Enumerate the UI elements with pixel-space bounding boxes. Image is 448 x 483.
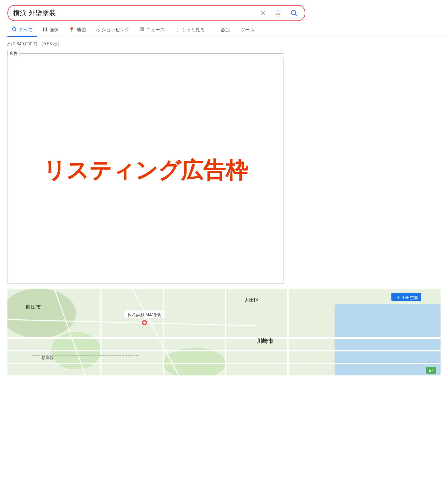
tab-more-label: もっと見る: [181, 27, 205, 33]
tab-images-label: 画像: [49, 27, 59, 33]
svg-text:川崎市: 川崎市: [256, 338, 274, 344]
ad-label: 広告: [7, 50, 20, 57]
svg-text:大田区: 大田区: [244, 297, 259, 303]
tab-all[interactable]: すべて: [7, 24, 37, 37]
map-container[interactable]: 町田市 大田区 川崎市 横浜線 株式会社HAMA塗装 ✈ 羽田空港 K6: [7, 289, 441, 375]
tab-images[interactable]: 🖼 画像: [38, 24, 63, 37]
ad-section: 広告 リスティング広告枠: [0, 50, 448, 284]
search-icon: [290, 9, 298, 17]
tab-maps-label: 地図: [77, 27, 86, 33]
tab-shopping[interactable]: ◇ ショッピング: [92, 24, 134, 37]
results-count: 約 2,840,000 件 （0.53 秒）: [0, 37, 448, 50]
svg-point-35: [143, 321, 146, 324]
nav-divider: [213, 27, 213, 33]
search-submit-button[interactable]: [289, 7, 300, 19]
voice-search-button[interactable]: [272, 7, 284, 19]
shopping-tab-icon: ◇: [96, 27, 100, 33]
mic-icon: [274, 9, 282, 17]
tab-maps[interactable]: 📍 地図: [64, 24, 90, 37]
ad-content-box: リスティング広告枠: [7, 57, 284, 284]
news-tab-icon: [139, 27, 144, 33]
svg-line-4: [295, 14, 297, 16]
tab-news-label: ニュース: [146, 27, 165, 33]
search-query-text: 横浜 外壁塗装: [13, 8, 253, 18]
clear-button[interactable]: [258, 8, 267, 18]
svg-rect-0: [277, 10, 279, 13]
map-section: 町田市 大田区 川崎市 横浜線 株式会社HAMA塗装 ✈ 羽田空港 K6: [0, 289, 448, 375]
search-tab-icon: [12, 27, 17, 33]
svg-line-6: [15, 30, 16, 31]
tab-news[interactable]: ニュース: [135, 24, 169, 37]
tab-more[interactable]: ⋮ もっと見る: [170, 24, 209, 37]
tab-all-label: すべて: [19, 27, 33, 33]
search-box[interactable]: 横浜 外壁塗装: [7, 5, 305, 21]
tab-settings-label: 設定: [221, 27, 231, 33]
maps-tab-icon: 📍: [69, 27, 75, 33]
svg-text:町田市: 町田市: [26, 304, 41, 310]
svg-text:株式会社HAMA塗装: 株式会社HAMA塗装: [128, 313, 161, 317]
more-tab-icon: ⋮: [175, 27, 180, 33]
results-count-text: 約 2,840,000 件 （0.53 秒）: [7, 41, 62, 46]
nav-tabs: すべて 🖼 画像 📍 地図 ◇ ショッピング ニュース ⋮ もっと見る 設定 ツ…: [0, 21, 448, 37]
svg-text:✈ 羽田空港: ✈ 羽田空港: [397, 295, 418, 300]
tab-settings[interactable]: 設定: [217, 24, 235, 37]
search-icons: [258, 7, 300, 19]
svg-rect-15: [335, 304, 441, 375]
svg-text:K6: K6: [429, 369, 434, 373]
tab-tools-label: ツール: [240, 27, 254, 33]
images-tab-icon: 🖼: [43, 27, 47, 33]
map-svg: 町田市 大田区 川崎市 横浜線 株式会社HAMA塗装 ✈ 羽田空港 K6: [7, 289, 441, 375]
tab-shopping-label: ショッピング: [101, 27, 129, 33]
search-bar-area: 横浜 外壁塗装: [0, 0, 448, 21]
ad-main-text: リスティング広告枠: [43, 156, 248, 185]
clear-icon: [259, 10, 266, 16]
tab-tools[interactable]: ツール: [236, 24, 259, 37]
svg-text:横浜線: 横浜線: [42, 356, 54, 360]
